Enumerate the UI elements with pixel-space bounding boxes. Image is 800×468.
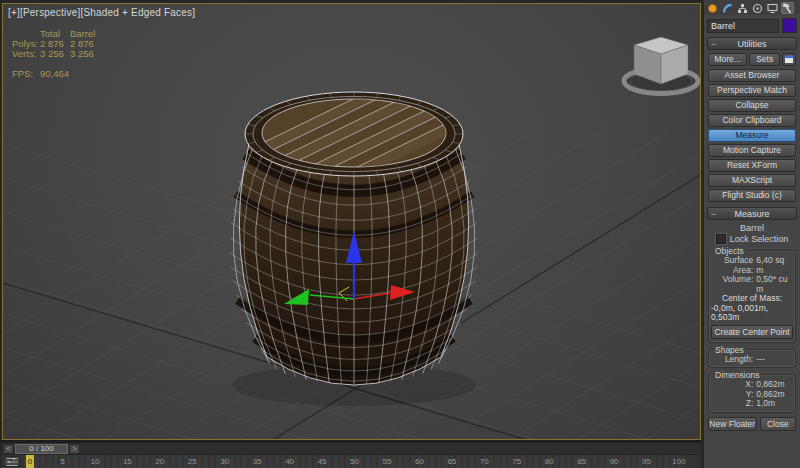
surface-area-label: Surface Area:	[711, 256, 753, 275]
lock-selection-label: Lock Selection	[730, 234, 789, 244]
objects-group: Objects Surface Area: 6,40 sq m Volume: …	[708, 250, 796, 343]
curve-editor-icon	[6, 458, 18, 466]
display-icon	[767, 3, 778, 14]
tab-utilities[interactable]	[781, 2, 794, 14]
configure-button-sets-button[interactable]	[782, 53, 796, 66]
collapse-icon: −	[708, 209, 719, 219]
utilities-rollout-title: Utilities	[719, 39, 785, 49]
utilities-hammer-icon	[782, 3, 793, 14]
timeline-tick-label: 55	[382, 455, 391, 468]
stats-row-verts: Verts: 3 256 3 256	[12, 49, 100, 59]
viewport-label[interactable]: [+][Perspective][Shaded + Edged Faces]	[8, 7, 195, 18]
lock-selection-checkbox[interactable]	[716, 234, 726, 244]
center-of-mass-value: -0,0m, 0,001m, 0,503m	[711, 304, 793, 323]
timeline-tick-label: 85	[577, 455, 586, 468]
timeline-tick-label: 25	[188, 455, 197, 468]
previous-frame-button[interactable]: <	[3, 444, 14, 454]
surface-area-value: 6,40 sq m	[753, 256, 793, 275]
shapes-group-title: Shapes	[713, 345, 746, 355]
tab-display[interactable]	[766, 2, 779, 14]
dimensions-group-title: Dimensions	[713, 370, 761, 380]
volume-label: Volume:	[711, 275, 753, 294]
viewport-canvas	[3, 4, 700, 439]
dim-z-label: Z:	[711, 399, 753, 409]
shapes-group: Shapes Length: ---	[708, 349, 796, 369]
close-button[interactable]: Close	[760, 417, 796, 431]
object-name-row: Barrel	[704, 15, 800, 35]
sets-button[interactable]: Sets	[749, 53, 780, 66]
timeline-tick-label: 70	[480, 455, 489, 468]
timeline-tick-label: 75	[512, 455, 521, 468]
timeline-tick-label: 95	[642, 455, 651, 468]
timeline-tick-label: 100	[672, 455, 685, 468]
more-button[interactable]: More...	[708, 53, 747, 66]
statistics-overlay: Total Barrel Polys: 2 876 2 876 Verts: 3…	[12, 29, 100, 79]
viewcube[interactable]	[623, 37, 699, 96]
collapse-icon: −	[708, 39, 719, 49]
utility-button-perspective-match[interactable]: Perspective Match	[708, 84, 796, 97]
utility-button-list: Asset BrowserPerspective MatchCollapseCo…	[708, 69, 796, 202]
dim-z-value: 1,0m	[753, 399, 793, 409]
lock-selection-row: Lock Selection	[708, 234, 796, 244]
timeline-tick-label: 65	[447, 455, 456, 468]
configure-sets-icon	[784, 55, 794, 64]
utility-button-collapse[interactable]: Collapse	[708, 99, 796, 112]
timeline-tick-label: 10	[90, 455, 99, 468]
timeline-tick-label: 20	[155, 455, 164, 468]
tab-motion[interactable]	[751, 2, 764, 14]
tab-hierarchy[interactable]	[736, 2, 749, 14]
measure-rollout: − Measure Barrel Lock Selection Objects …	[707, 207, 797, 434]
timeline-tick-label: 40	[285, 455, 294, 468]
utility-button-reset-xform[interactable]: Reset XForm	[708, 159, 796, 172]
timeline-tick-label: 45	[318, 455, 327, 468]
utilities-rollout: − Utilities More... Sets Asset BrowserPe…	[707, 37, 797, 205]
utility-button-motion-capture[interactable]: Motion Capture	[708, 144, 796, 157]
timeline-tick-label: 60	[415, 455, 424, 468]
measure-rollout-title: Measure	[719, 209, 785, 219]
open-mini-curve-editor-button[interactable]	[4, 456, 20, 467]
length-value: ---	[753, 355, 793, 365]
length-label: Length:	[711, 355, 753, 365]
timeline-ruler[interactable]: 0 51015202530354045505560657075808590951…	[24, 455, 684, 468]
hierarchy-icon	[737, 3, 748, 14]
next-frame-button[interactable]: >	[69, 444, 80, 454]
command-panel: Barrel − Utilities More... Sets Asset Br…	[704, 0, 800, 468]
utilities-toolbar: More... Sets	[708, 53, 796, 66]
objects-group-title: Objects	[713, 246, 746, 256]
measure-rollout-header[interactable]: − Measure	[707, 207, 797, 220]
utility-button-measure[interactable]: Measure	[708, 129, 796, 142]
command-panel-tabs	[704, 0, 800, 15]
modify-icon	[722, 3, 733, 14]
motion-icon	[752, 3, 763, 14]
current-frame-marker[interactable]: 0	[26, 455, 34, 468]
utility-button-flight-studio-c[interactable]: Flight Studio (c)	[708, 189, 796, 202]
perspective-viewport[interactable]: [+][Perspective][Shaded + Edged Faces] T…	[2, 3, 701, 440]
utilities-rollout-header[interactable]: − Utilities	[707, 37, 797, 50]
timeline-tick-label: 50	[350, 455, 359, 468]
measure-footer-buttons: New Floater Close	[708, 417, 796, 431]
utility-button-asset-browser[interactable]: Asset Browser	[708, 69, 796, 82]
stats-row-fps: FPS: 90,464	[12, 69, 100, 79]
measured-object-name: Barrel	[708, 223, 796, 233]
timeline-tick-label: 5	[60, 455, 64, 468]
timeline-tick-label: 15	[123, 455, 132, 468]
track-bar[interactable]: 0 51015202530354045505560657075808590951…	[2, 455, 701, 468]
create-center-point-button[interactable]: Create Center Point	[711, 325, 793, 339]
time-slider-track[interactable]: < 0 / 100 >	[2, 442, 701, 454]
object-color-swatch[interactable]	[782, 18, 797, 33]
timeline-tick-label: 80	[545, 455, 554, 468]
utility-button-maxscript[interactable]: MAXScript	[708, 174, 796, 187]
new-floater-button[interactable]: New Floater	[708, 417, 757, 431]
timeline-tick-label: 30	[220, 455, 229, 468]
volume-value: 0,50* cu m	[753, 275, 793, 294]
dimensions-group: Dimensions X: 0,862m Y: 0,862m Z: 1,0m	[708, 374, 796, 413]
timeline-tick-label: 35	[253, 455, 262, 468]
object-name-input[interactable]: Barrel	[707, 19, 779, 33]
tab-modify[interactable]	[721, 2, 734, 14]
utility-button-color-clipboard[interactable]: Color Clipboard	[708, 114, 796, 127]
time-slider-handle[interactable]: 0 / 100	[15, 444, 68, 454]
tab-create[interactable]	[706, 2, 719, 14]
create-icon	[709, 4, 717, 12]
timeline-tick-label: 90	[610, 455, 619, 468]
